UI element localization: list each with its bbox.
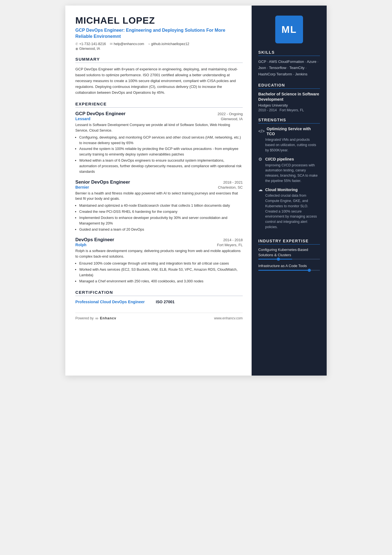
candidate-title: GCP DevOps Engineer: Engineering and Dep… [75,27,243,39]
cert-item-1: Professional Cloud DevOps Engineer [75,299,145,305]
industry-item-2: Infrastructure as A Code Tools [258,263,320,270]
strength-title-1: Optimizing Service with TCO [267,126,320,137]
powered-by-label: Powered by [75,316,94,320]
industry-bar-dot-2 [308,269,311,272]
exp-company-row-3: Rolph Fort Meyers, FL [75,243,243,247]
skills-title: SKILLS [258,50,320,56]
skills-section: SKILLS GCP · AWS CloudFormation · Azure … [252,50,327,77]
avatar-section: ML [252,6,327,50]
github-item: ⌁ github.io/michaellopez12 [148,42,189,46]
strength-item-3: ☁ Cloud Monitoring Collected crucial dat… [258,187,320,230]
phone-item: ✆ +1-732-141-8216 [75,42,106,46]
education-section: EDUCATION Bachelor of Science in Softwar… [252,83,327,112]
strength-item-1: </> Optimizing Service with TCO Integrat… [258,126,320,153]
exp-header-1: GCP DevOps Engineer 2022 - Ongoing [75,111,243,117]
strength-header-1: </> Optimizing Service with TCO [258,126,320,137]
candidate-name: MICHAEL LOPEZ [75,16,243,26]
industry-bar-fill-1 [258,259,292,260]
phone-icon: ✆ [75,42,78,46]
location-value: Glenwood, IA [79,47,100,51]
edu-dates-loc: 2010 - 2014 Fort Meyers, FL [258,108,320,112]
brand-name: Enhancv [100,316,116,320]
strength-title-3: Cloud Monitoring [265,187,298,192]
location-row: ◉ Glenwood, IA [75,47,243,51]
exp-bullet-3-1: Ensured 100% code coverage through unit … [79,261,243,266]
education-title: EDUCATION [258,83,320,89]
strengths-section: STRENGTHS </> Optimizing Service with TC… [252,118,327,233]
header-section: MICHAEL LOPEZ GCP DevOps Engineer: Engin… [75,16,243,51]
industry-label-1: Configuring Kubernetes-Based Solutions &… [258,247,320,258]
strength-desc-2: Improving CI/CD processes with automatio… [258,163,320,184]
exp-header-3: DevOps Engineer 2014 - 2018 [75,237,243,243]
exp-location-1: Glenwood, IA [221,117,243,121]
strength-title-2: CI/CD pipelines [265,157,294,162]
summary-section: SUMMARY GCP DevOps Engineer with 8+years… [75,57,243,95]
edu-years: 2010 - 2014 [258,108,277,112]
email-value: help@enhancv.com [114,42,144,46]
cert-row: Professional Cloud DevOps Engineer ISO 2… [75,299,243,305]
github-icon: ⌁ [148,42,150,46]
exp-entry-1: GCP DevOps Engineer 2022 - Ongoing Lessa… [75,111,243,174]
exp-company-1: Lessard [75,117,90,121]
github-value: github.io/michaellopez12 [151,42,189,46]
industry-bar-fill-2 [258,270,311,271]
exp-bullet-2-1: Maintained and optimized a 40-node Elast… [79,203,243,208]
industry-section: INDUSTRY EXPERTISE Configuring Kubernete… [252,239,327,273]
strength-header-2: ⚙ CI/CD pipelines [258,157,320,162]
experience-section: EXPERIENCE GCP DevOps Engineer 2022 - On… [75,102,243,284]
exp-bullet-1-2: Assured the system is 100% reliable by p… [79,146,243,157]
exp-bullet-2-4: Guided and trained a team of 20 DevOps [79,227,243,232]
exp-role-2: Senior DevOps Engineer [75,179,130,185]
industry-bar-dot-1 [277,258,280,261]
exp-entry-2: Senior DevOps Engineer 2018 - 2021 Berni… [75,179,243,232]
left-column: MICHAEL LOPEZ GCP DevOps Engineer: Engin… [65,6,252,376]
exp-location-3: Fort Meyers, FL [217,243,243,247]
strength-icon-1: </> [258,129,265,134]
footer-website: www.enhancv.com [214,316,243,320]
industry-title: INDUSTRY EXPERTISE [258,239,320,245]
exp-bullets-1: Configuring, developing, and monitoring … [75,135,243,174]
strength-item-2: ⚙ CI/CD pipelines Improving CI/CD proces… [258,157,320,184]
exp-bullet-1-3: Worked within a team of 6 DevOps enginee… [79,158,243,174]
skills-text: GCP · AWS CloudFormation · Azure · Json … [258,59,320,77]
exp-company-2: Bernier [75,185,89,189]
experience-title: EXPERIENCE [75,102,243,108]
exp-company-row-1: Lessard Glenwood, IA [75,117,243,121]
edu-school: Hodges University [258,103,320,107]
industry-label-2: Infrastructure as A Code Tools [258,263,320,268]
exp-bullet-2-3: Implemented Dockers to enhance developer… [79,215,243,226]
cert-item-2: ISO 27001 [156,299,175,305]
location-icon: ◉ [75,47,78,51]
exp-date-2: 2018 - 2021 [223,180,243,184]
email-icon: ✉ [110,42,113,46]
exp-bullets-3: Ensured 100% code coverage through unit … [75,261,243,284]
industry-item-1: Configuring Kubernetes-Based Solutions &… [258,247,320,260]
summary-title: SUMMARY [75,57,243,63]
resume-container: MICHAEL LOPEZ GCP DevOps Engineer: Engin… [65,6,327,376]
edu-location: Fort Meyers, FL [280,108,304,112]
exp-location-2: Charleston, SC [218,185,243,189]
edu-degree: Bachelor of Science in Software Developm… [258,92,320,102]
footer-brand: Powered by ∞ Enhancv [75,316,116,320]
exp-desc-2: Bernier is a health and fitness mobile a… [75,191,243,202]
summary-text: GCP DevOps Engineer with 8+years of expe… [75,66,243,95]
contact-row: ✆ +1-732-141-8216 ✉ help@enhancv.com ⌁ g… [75,42,243,46]
exp-bullet-1-1: Configuring, developing, and monitoring … [79,135,243,146]
exp-desc-1: Lessard is Software Development Company … [75,122,243,133]
exp-bullet-2-2: Created the new PCI-DSS RHEL 6 hardening… [79,209,243,214]
exp-bullets-2: Maintained and optimized a 40-node Elast… [75,203,243,232]
exp-desc-3: Rolph is a software development company,… [75,248,243,259]
certification-title: CERTIFICATION [75,290,243,296]
strength-icon-3: ☁ [258,187,263,192]
exp-role-3: DevOps Engineer [75,237,114,243]
strength-header-3: ☁ Cloud Monitoring [258,187,320,192]
exp-role-1: GCP DevOps Engineer [75,111,126,117]
right-column: ML SKILLS GCP · AWS CloudFormation · Azu… [252,6,327,376]
industry-bar-bg-1 [258,259,320,260]
certification-section: CERTIFICATION Professional Cloud DevOps … [75,290,243,305]
strength-icon-2: ⚙ [258,157,263,162]
exp-company-row-2: Bernier Charleston, SC [75,185,243,189]
email-item: ✉ help@enhancv.com [110,42,144,46]
exp-bullet-3-3: Managed a Chef environment with 250 role… [79,278,243,284]
phone-value: +1-732-141-8216 [79,42,106,46]
